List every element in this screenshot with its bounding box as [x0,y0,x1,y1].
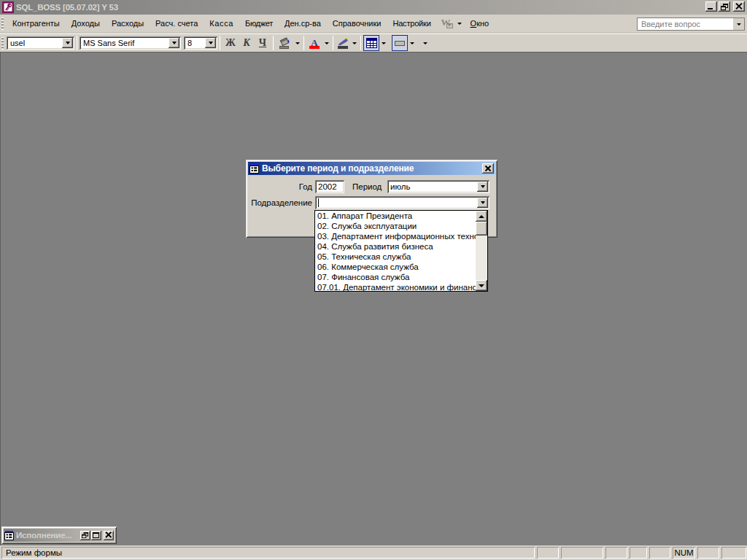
font-color-icon: А [309,37,320,49]
minimize-icon [708,8,713,9]
menu-item-accelerator: О [471,19,477,28]
font-size-dropdown-button[interactable] [205,38,216,48]
special-effect-dropdown-button[interactable] [408,35,416,51]
menu-item[interactable]: Контрагенты [7,15,66,32]
office-links-menu-button[interactable]: W [437,18,465,29]
menu-item[interactable]: Ден.ср-ва [279,15,327,32]
list-item[interactable]: 07. Финансовая служба [315,272,476,282]
minimized-window-title-bar[interactable]: Исполнение... [4,529,115,542]
menu-item-label: кно [476,19,489,28]
menu-item-window[interactable]: Окно [465,15,495,32]
font-color-indicator [309,46,320,49]
fill-color-dropdown-button[interactable] [293,35,301,51]
status-panel [697,547,719,559]
year-label: Год [299,182,312,191]
triangle-up-icon [479,215,484,218]
scroll-down-button[interactable] [476,280,487,291]
menu-item[interactable]: Настройки [387,15,436,32]
font-color-dropdown-button[interactable] [322,35,330,51]
window-controls [704,1,745,12]
mdi-workspace: Выберите период и подразделение Год 2002… [0,52,747,545]
status-panel [561,547,603,559]
formatting-toolbar: usel MS Sans Serif 8 Ж К Ч [0,34,747,52]
gridlines-button[interactable] [363,35,379,51]
toolbar-grip-handle[interactable] [1,37,4,50]
list-item[interactable]: 05. Техническая служба [315,252,476,262]
toolbar-separator [273,36,274,50]
toolbar-separator [303,36,304,50]
list-item[interactable]: 03. Департамент информационных технологи… [315,231,476,241]
fill-color-indicator [279,46,289,49]
underline-button[interactable]: Ч [255,35,271,51]
bold-button[interactable]: Ж [222,35,239,51]
division-combo[interactable] [315,196,489,209]
menu-item[interactable]: Касса [204,15,239,32]
close-button[interactable] [733,1,745,12]
division-dropdown-list: 01. Аппарат Президента 02. Служба эксплу… [314,210,488,292]
gridlines-dropdown-button[interactable] [379,35,387,51]
menu-item[interactable]: Расходы [106,15,150,32]
dialog-close-button[interactable] [482,163,494,174]
close-button[interactable] [104,531,114,540]
menu-item[interactable]: Бюджет [239,15,279,32]
style-combo[interactable]: usel [7,36,74,50]
close-icon [105,532,112,538]
dialog-title-bar[interactable]: Выберите период и подразделение [248,162,495,175]
chevron-down-icon [481,201,485,204]
restore-button[interactable] [719,1,730,12]
ask-question-dropdown-button[interactable] [733,18,744,30]
period-dropdown-button[interactable] [477,182,488,192]
close-icon [735,3,742,9]
menubar-grip-handle[interactable] [1,18,4,30]
list-item[interactable]: 02. Служба эксплуатации [315,221,476,231]
menu-item[interactable]: Доходы [66,15,106,32]
ask-question-combo[interactable]: Введите вопрос [637,18,745,31]
title-bar: SQL_BOSS [05.07.02] Y 53 [0,0,747,15]
toolbar-separator [333,36,333,50]
font-color-button[interactable]: А [306,35,322,51]
toolbar-separator [77,36,77,50]
font-combo-dropdown-button[interactable] [169,38,179,48]
dropdown-scrollbar[interactable] [476,211,487,291]
list-item[interactable]: 04. Служба развития бизнеса [315,241,476,252]
period-combo[interactable]: июль [387,180,489,193]
ask-question-placeholder: Введите вопрос [638,20,733,28]
special-effect-button[interactable] [392,35,408,51]
period-label: Период [352,182,382,191]
list-item[interactable]: 07.01. Департамент экономики и финансов [315,282,476,291]
minimize-button[interactable] [705,1,717,12]
toolbar-options-button[interactable] [420,35,430,51]
division-dropdown-button[interactable] [477,198,488,208]
restore-icon [82,532,88,538]
scroll-up-button[interactable] [476,211,487,222]
status-panel [630,547,647,559]
list-item[interactable]: 01. Аппарат Президента [315,211,476,221]
font-size-combo[interactable]: 8 [184,36,217,50]
list-item[interactable]: 06. Коммерческая служба [315,262,476,272]
chevron-down-icon [737,23,741,26]
line-color-button[interactable] [336,35,350,51]
menu-item-label: Настройки [392,19,430,28]
status-panel [721,547,746,559]
scrollbar-thumb[interactable] [476,222,487,236]
word-publish-icon: W [441,18,453,29]
gridlines-icon [366,38,377,48]
style-combo-dropdown-button[interactable] [62,38,73,48]
restore-button[interactable] [80,531,90,540]
form-icon [4,531,14,540]
year-input[interactable]: 2002 [315,180,344,193]
minimized-window: Исполнение... [1,526,117,544]
minimized-window-controls [80,531,114,540]
line-color-dropdown-button[interactable] [350,35,358,51]
toolbar-separator [220,36,220,50]
menu-item[interactable]: Справочники [327,15,387,32]
font-combo[interactable]: MS Sans Serif [80,36,181,50]
italic-button[interactable]: К [239,35,255,51]
bold-icon: Ж [225,37,236,49]
minimized-window-title: Исполнение... [16,531,80,540]
fill-color-button[interactable] [276,35,293,51]
menu-item[interactable]: Расч. счета [150,15,204,32]
chevron-down-icon [410,42,414,44]
menu-item-label: Справочники [333,19,382,28]
maximize-button[interactable] [91,531,101,540]
